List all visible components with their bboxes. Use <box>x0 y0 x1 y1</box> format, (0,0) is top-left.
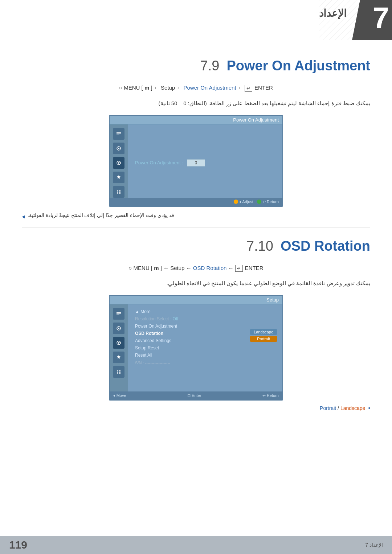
pl-bullet-icon: • <box>368 405 370 411</box>
screenshot1-main: Power On Adjustment : 0 <box>128 124 282 198</box>
monitor-input-box: 0 <box>187 159 205 167</box>
section2-desc: يمكنك تدوير وعرض نافذة القائمة في الوضع … <box>22 279 370 288</box>
section1-menu-path: ○ MENU [ m ] ← Setup ← Power On Adjustme… <box>22 85 370 92</box>
setup-sidebar-icon-4 <box>113 352 124 363</box>
section1-screenshot: Power On Adjustment <box>109 115 283 207</box>
menu-path2-circle: ○ <box>128 265 132 271</box>
chapter-number: 7 <box>372 3 389 33</box>
footer2-move: ♦ Move <box>113 393 126 398</box>
setup-sidebar-icon-1 <box>113 308 124 320</box>
section2-screenshot: Setup <box>109 295 283 401</box>
screenshot1-body: Power On Adjustment : 0 <box>110 124 282 198</box>
section1-number: 7.9 <box>200 58 220 74</box>
menu-path2-highlight: OSD Rotation <box>193 265 227 271</box>
portrait-landscape-note: Portrait / Landscape • <box>22 405 370 411</box>
footer2-enter: ⊡ Enter <box>187 393 201 398</box>
sidebar-icon-5 <box>113 186 124 198</box>
svg-point-3 <box>118 148 119 149</box>
osd-sub-options: Landscape Portrait <box>250 329 277 342</box>
svg-point-6 <box>118 328 119 329</box>
screenshot2-sidebar <box>110 304 128 391</box>
section2-menu-path: ○ MENU [ m ] ← Setup ← OSD Rotation ← ↵ … <box>22 265 370 272</box>
menu-path-circle: ○ <box>119 85 122 91</box>
enter-box-icon: ↵ <box>245 85 252 92</box>
sidebar-icon-1 <box>113 128 124 140</box>
landscape-label: Portrait <box>320 405 336 411</box>
menu-path-enter-icon: ↵ <box>245 85 254 91</box>
section2-title: OSD Rotation <box>281 238 370 254</box>
section1-title: Power On Adjustment <box>226 58 370 74</box>
screenshot1-sidebar <box>110 124 128 198</box>
menu-path2-text3: ← <box>228 265 235 271</box>
pl-separator: / <box>338 405 340 411</box>
setup-menu-container: ▲ More Resolution Select : Off Power On … <box>133 308 277 365</box>
screenshot1-titlebar: Power On Adjustment <box>110 116 282 124</box>
landscape-option[interactable]: Landscape <box>250 329 277 335</box>
portrait-landscape-text: Portrait / Landscape <box>320 405 365 411</box>
resolution-value: : Off <box>170 316 178 321</box>
screenshot2-footer: ♦ Move ⊡ Enter ↩ Return <box>110 391 282 400</box>
note-arrow-icon: ◂ <box>22 213 25 220</box>
adjust-icon <box>234 200 238 204</box>
menu-path2-enter-icon: ↵ <box>235 265 245 271</box>
menu-path-highlight1: Power On Adjustment <box>184 85 236 91</box>
screenshot1-footer: ♦ Adjust ↩ Return <box>110 198 282 206</box>
monitor-field-row: Power On Adjustment : 0 <box>135 159 275 167</box>
note-text: قد يؤدي وقت الإحماء القصير جدًا إلى إتلا… <box>28 212 174 218</box>
setup-menu-osd-row: OSD Rotation Landscape Portrait <box>133 330 277 337</box>
screenshot2-titlebar: Setup <box>110 296 282 304</box>
setup-sidebar-icon-2 <box>113 323 124 334</box>
menu-path2-text2: ] ← Setup ← <box>160 265 193 271</box>
menu-path2-m: m <box>154 265 160 271</box>
setup-sidebar-icon-5 <box>113 366 124 378</box>
section1-note: قد يؤدي وقت الإحماء القصير جدًا إلى إتلا… <box>22 212 370 220</box>
menu-path-m: m <box>144 85 151 91</box>
setup-menu-resolution: Resolution Select : Off <box>133 315 277 323</box>
section2-number: 7.10 <box>246 238 273 254</box>
screenshot2-body: ▲ More Resolution Select : Off Power On … <box>110 304 282 391</box>
footer-adjust-btn: ♦ Adjust <box>234 200 253 204</box>
setup-menu-setup-reset: Setup Reset <box>133 344 277 352</box>
setup-menu-power: Power On Adjustment <box>133 323 277 330</box>
menu-path-text2: ] ← Setup ← <box>151 85 183 91</box>
chapter-block: 7 <box>345 0 392 40</box>
section2-header: 7.10 OSD Rotation <box>22 238 370 254</box>
screenshot2-main: ▲ More Resolution Select : Off Power On … <box>128 304 282 391</box>
return-icon <box>257 200 261 204</box>
section1-header: 7.9 Power On Adjustment <box>22 58 370 74</box>
sidebar-icon-3 <box>113 157 124 169</box>
setup-menu-reset-all: Reset All <box>133 352 277 359</box>
footer-adjust-label: ♦ Adjust <box>239 200 253 204</box>
page-footer: 119 الإعداد 7 <box>0 536 392 554</box>
setup-sidebar-icon-3 <box>113 337 124 349</box>
menu-path-enter-text: ENTER <box>254 85 273 91</box>
setup-menu-more: ▲ More <box>133 308 277 315</box>
sidebar-icon-4 <box>113 172 124 183</box>
setup-sn: S/N : ------------------- <box>133 361 277 365</box>
footer-return-label: ↩ Return <box>262 200 279 204</box>
portrait-label: Landscape <box>340 405 366 411</box>
footer2-return: ↩ Return <box>262 393 279 398</box>
page-header: الإعداد 7 <box>0 0 392 40</box>
footer-chapter-label: الإعداد 7 <box>365 542 383 548</box>
chapter-title: الإعداد <box>319 7 347 19</box>
menu-path2-text1: MENU [ <box>134 265 153 271</box>
main-content: 7.9 Power On Adjustment ○ MENU [ m ] ← S… <box>0 40 392 423</box>
sidebar-icon-2 <box>113 143 124 154</box>
section-divider <box>22 227 370 227</box>
section1-desc: يمكنك ضبط فترة إحماء الشاشة ليتم تشغيلها… <box>22 99 370 108</box>
monitor-field-label: Power On Adjustment : <box>135 160 183 165</box>
footer-return-btn: ↩ Return <box>257 200 279 204</box>
footer-page-number: 119 <box>9 539 27 551</box>
menu-path-text1: MENU [ <box>124 85 143 91</box>
menu-path2-enter-text: ENTER <box>245 265 264 271</box>
resolution-label: Resolution Select <box>135 316 169 321</box>
menu-path-text3: ← <box>238 85 245 91</box>
portrait-option[interactable]: Portrait <box>250 336 277 342</box>
enter-box2-icon: ↵ <box>235 265 243 272</box>
